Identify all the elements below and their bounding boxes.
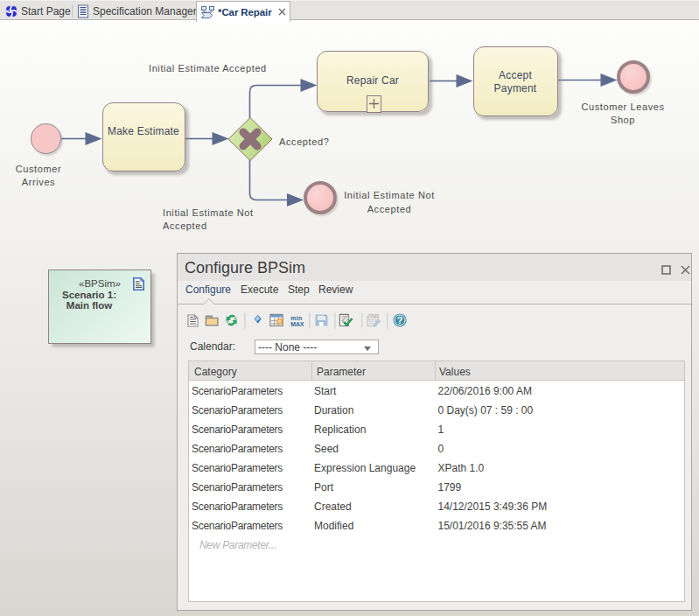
svg-text:?: ? <box>397 315 403 326</box>
svg-text:min: min <box>290 315 302 321</box>
svg-text:MAX: MAX <box>290 321 304 327</box>
svg-text:XML: XML <box>370 314 380 319</box>
